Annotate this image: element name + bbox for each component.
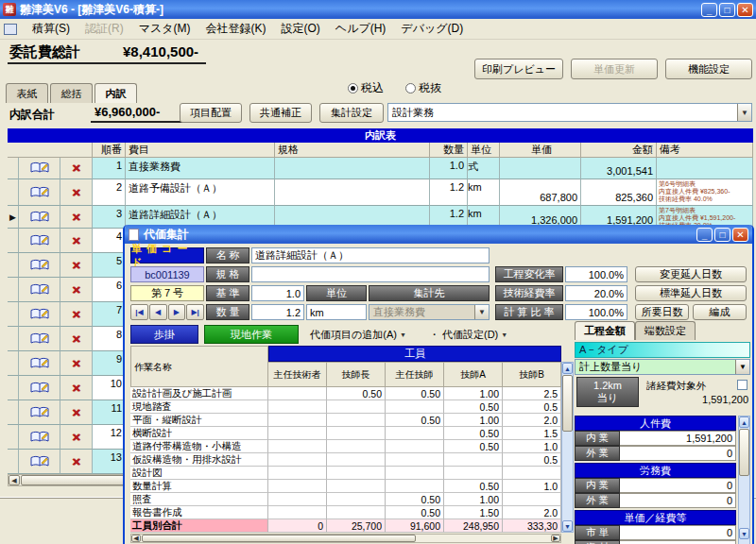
scroll-up-icon[interactable]: ▲	[739, 416, 749, 428]
work-value-cell[interactable]	[268, 480, 327, 493]
work-value-cell[interactable]: 1.50	[444, 506, 503, 519]
base-field[interactable]: 1.0	[251, 285, 304, 301]
menu-item[interactable]: デバッグ(D)	[393, 19, 471, 39]
row-selector-arrow[interactable]	[8, 450, 19, 474]
work-value-cell[interactable]	[503, 493, 561, 506]
chevron-down-icon[interactable]: ▼	[737, 104, 751, 121]
work-value-cell[interactable]	[327, 506, 386, 519]
row-selector-arrow[interactable]	[8, 351, 19, 376]
cost-row-value[interactable]: 0	[620, 540, 736, 544]
work-value-cell[interactable]: 2.0	[503, 414, 561, 427]
detail-book-button[interactable]	[19, 278, 60, 302]
item-name-cell[interactable]: 直接業務費	[126, 158, 275, 179]
work-value-cell[interactable]: 0.50	[386, 506, 444, 519]
work-value-cell[interactable]: 1.00	[444, 387, 503, 400]
row-number-cell[interactable]: 4	[93, 229, 126, 253]
dialog-minimize-icon[interactable]: _	[696, 228, 713, 242]
cost-row-value[interactable]: 0	[620, 525, 736, 540]
work-value-cell[interactable]	[444, 467, 503, 480]
qty-unit-field[interactable]: km	[306, 304, 367, 320]
delete-x-button[interactable]: ×	[60, 351, 93, 376]
row-selector-arrow[interactable]	[8, 253, 19, 278]
cost-row-value[interactable]: 0	[620, 446, 736, 461]
tax-excluded-radio[interactable]: 税抜	[405, 81, 441, 94]
dialog-close-icon[interactable]: ✕	[732, 228, 748, 242]
detail-book-button[interactable]	[19, 327, 60, 351]
detail-book-button[interactable]	[19, 450, 60, 474]
work-value-cell[interactable]	[268, 453, 327, 467]
delete-x-button[interactable]: ×	[60, 206, 93, 229]
work-value-cell[interactable]: 0.50	[327, 387, 386, 400]
standard-mandays-button[interactable]: 標準延人日数	[635, 285, 747, 301]
row-selector-arrow[interactable]	[8, 179, 19, 206]
function-setting-button[interactable]: 機能設定	[665, 59, 752, 79]
row-selector-arrow[interactable]	[8, 158, 19, 179]
change-mandays-button[interactable]: 変更延人日数	[635, 266, 747, 282]
work-value-cell[interactable]	[268, 400, 327, 414]
work-value-cell[interactable]	[327, 400, 386, 414]
daika-setting-menu[interactable]: 代価設定(D)▼	[442, 328, 507, 342]
work-name-cell[interactable]: 報告書作成	[130, 506, 268, 519]
work-value-cell[interactable]	[268, 493, 327, 506]
dialog-maximize-icon[interactable]: □	[714, 228, 730, 242]
detail-book-button[interactable]	[19, 376, 60, 400]
work-value-cell[interactable]: 1.0	[503, 440, 561, 453]
common-correction-button[interactable]: 共通補正	[249, 103, 312, 123]
work-value-cell[interactable]	[503, 467, 561, 480]
row-selector-arrow[interactable]	[8, 278, 19, 302]
price-cell[interactable]: 687,800	[500, 179, 581, 206]
work-value-cell[interactable]: 0.50	[444, 480, 503, 493]
unit-cell[interactable]: 式	[468, 158, 500, 179]
scroll-thumb[interactable]	[142, 535, 416, 542]
qty-cell[interactable]: 1.0	[430, 158, 468, 179]
delete-x-button[interactable]: ×	[60, 179, 93, 206]
work-name-cell[interactable]: 平面・縦断設計	[130, 414, 268, 427]
menu-item[interactable]: 積算(S)	[25, 19, 77, 39]
scroll-thumb[interactable]	[562, 375, 573, 432]
detail-book-button[interactable]	[19, 158, 60, 179]
work-value-cell[interactable]: 2.5	[503, 387, 561, 400]
work-value-cell[interactable]: 248,950	[444, 519, 503, 533]
cost-row-value[interactable]: 1,591,200	[620, 431, 736, 446]
expense-exempt-checkbox[interactable]	[737, 380, 747, 390]
work-value-cell[interactable]	[327, 440, 386, 453]
work-name-cell[interactable]: 照査	[130, 493, 268, 506]
work-value-cell[interactable]	[327, 453, 386, 467]
work-name-cell[interactable]: 横断設計	[130, 427, 268, 440]
work-value-cell[interactable]	[268, 467, 327, 480]
row-number-cell[interactable]: 3	[93, 206, 126, 229]
price-cell[interactable]	[500, 158, 581, 179]
calc-ratio-value[interactable]: 100.0%	[565, 304, 627, 320]
work-value-cell[interactable]	[444, 453, 503, 467]
cost-row-value[interactable]: 0	[620, 493, 736, 508]
menu-item[interactable]: 設定(O)	[274, 19, 328, 39]
work-value-cell[interactable]	[386, 427, 444, 440]
minimize-icon[interactable]: _	[701, 3, 717, 17]
process-change-rate-value[interactable]: 100.0%	[565, 266, 627, 282]
work-value-cell[interactable]	[268, 414, 327, 427]
scroll-thumb[interactable]	[739, 429, 749, 476]
page-tab-内訳[interactable]: 内訳	[94, 83, 137, 103]
detail-book-button[interactable]	[19, 400, 60, 425]
work-value-cell[interactable]	[268, 387, 327, 400]
row-number-cell[interactable]: 6	[93, 278, 126, 302]
title-bar[interactable]: 雛 雛津美V6 - [雛津美V6-積算-] _ □ ✕	[0, 0, 756, 19]
note-cell[interactable]	[657, 158, 753, 179]
name-field[interactable]: 道路詳細設計（Ａ）	[251, 247, 490, 264]
category-combobox[interactable]: 設計業務 ▼	[387, 103, 752, 122]
note-cell[interactable]: 第6号明細表内直接人件費 ¥825,360-技術経費率 40.0%	[657, 179, 753, 206]
menu-item[interactable]: マスタ(M)	[131, 19, 198, 39]
work-value-cell[interactable]	[327, 493, 386, 506]
delete-x-button[interactable]: ×	[60, 450, 93, 474]
work-value-cell[interactable]: 1.5	[503, 427, 561, 440]
onsite-work-button[interactable]: 現地作業	[204, 325, 299, 344]
detail-book-button[interactable]	[19, 425, 60, 450]
row-number-cell[interactable]: 1	[93, 158, 126, 179]
work-value-cell[interactable]: 0.50	[386, 414, 444, 427]
work-name-cell[interactable]: 数量計算	[130, 480, 268, 493]
nav-prev-icon[interactable]: ◀	[149, 304, 167, 320]
work-value-cell[interactable]: 1.00	[444, 414, 503, 427]
delete-x-button[interactable]: ×	[60, 376, 93, 400]
work-value-cell[interactable]: 91,600	[386, 519, 444, 533]
row-selector-arrow[interactable]	[8, 400, 19, 425]
